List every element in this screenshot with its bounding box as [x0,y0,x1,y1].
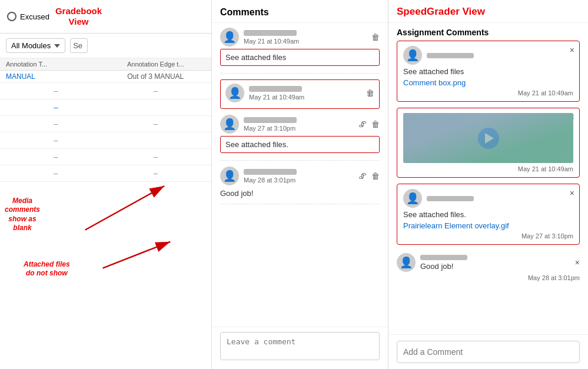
sg-comment-meta-3: 👤 [403,189,573,208]
comment-text-box-1: See attached files [220,49,380,66]
comment-meta-3: 👤 May 27 at 3:10pm 🖇 🗑 [220,115,380,134]
paperclip-icon-3: 🖇 [358,119,367,129]
comment-icons-2[interactable]: 🗑 [366,88,374,98]
data-rows: – – – – – – – – – – [0,83,211,182]
sg-comment-time-3: May 27 at 3:10pm [403,232,573,240]
comment-author-time-2: May 21 at 10:49am [249,86,304,101]
avatar-2: 👤 [225,84,244,102]
assignment-comments-title: Assignment Comments [388,23,588,41]
author-name-blurred-4 [244,169,297,175]
author-name-blurred-1 [244,30,297,36]
sg-close-btn-1[interactable]: × [570,46,574,54]
gradebook-header: Excused Gradebook View [0,0,211,34]
sg-user-icon-1: 👤 [406,49,419,62]
sg-user-icon-4: 👤 [400,256,413,269]
sg-comment-meta-4: 👤 Good job! × [397,253,580,272]
comment-meta-4: 👤 May 28 at 3:01pm 🖇 🗑 [220,167,380,185]
comment-time-3: May 27 at 3:10pm [244,125,297,132]
sg-link-3[interactable]: Prairielearn Element overlay.gif [403,221,573,230]
comment-author-time-3: May 27 at 3:10pm [244,117,297,132]
val-3: – [6,103,106,112]
leave-comment-input[interactable] [220,332,380,360]
comment-text-box-3: See attached files. [220,136,380,153]
sg-author-name-blurred-1 [427,53,474,58]
data-row-6: – – [0,165,211,182]
comments-list: 👤 May 21 at 10:49am 🗑 See attached files… [212,23,388,327]
sg-link-1[interactable]: Comment box.png [403,78,573,87]
user-icon-2: 👤 [228,87,241,99]
comment-meta-2: 👤 May 21 at 10:49am 🗑 [225,84,374,102]
comment-time-4: May 28 at 3:01pm [244,177,297,184]
sg-comment-time-1: May 21 at 10:49am [403,89,573,97]
user-icon-4: 👤 [223,169,236,182]
avatar-4: 👤 [220,167,239,185]
excused-label: Excused [20,12,49,21]
delete-icon-3[interactable]: 🗑 [371,119,380,129]
sg-video-thumb[interactable] [403,113,573,163]
sg-author-name-blurred-4 [420,255,467,260]
data-row-2: – [0,99,211,116]
comment-meta-1: 👤 May 21 at 10:49am 🗑 [220,28,380,46]
data-row-4: – [0,132,211,149]
val-10: – [106,152,206,161]
comments-panel: Comments 👤 May 21 at 10:49am 🗑 See attac… [212,0,388,369]
comment-time-1: May 21 at 10:49am [244,38,299,45]
sg-close-btn-3[interactable]: × [570,189,574,197]
data-row-1: – – [0,83,211,99]
sg-author-name-blurred-3 [427,196,474,201]
sg-user-icon-3: 👤 [406,192,419,205]
sg-close-btn-4[interactable]: × [575,258,580,267]
sg-comment-item-2: × May 21 at 10:49am [397,108,580,178]
sg-comment-item-3: × 👤 See attached files. Prairielearn Ele… [397,184,580,245]
delete-icon-2[interactable]: 🗑 [366,88,374,98]
sg-comments-list: × 👤 See attached files Comment box.png M… [388,41,588,334]
sg-comment-meta-1: 👤 [403,46,573,65]
search-partial: Se [70,38,88,53]
excused-radio[interactable]: Excused [7,12,49,21]
column-headers: Annotation T... Annotation Edge t... [0,58,211,71]
speedgrader-panel: SpeedGrader View Assignment Comments × 👤… [388,0,588,369]
sg-add-comment-area [388,334,588,369]
all-modules-dropdown[interactable]: All Modules [6,38,65,53]
data-row-5: – – [0,149,211,165]
val-11: – [6,169,106,178]
filter-bar: All Modules Se [0,34,211,58]
speedgrader-header: SpeedGrader View [388,0,588,23]
comment-author-time-1: May 21 at 10:49am [244,30,299,45]
delete-icon-1[interactable]: 🗑 [371,32,380,42]
annotation-area: – – – – – – – – – – [0,83,211,283]
sg-comment-text-4: Good job! [420,262,467,271]
sg-avatar-1: 👤 [403,46,422,65]
user-icon-3: 👤 [223,118,236,131]
avatar-1: 👤 [220,28,239,46]
comment-icons-1[interactable]: 🗑 [371,32,380,42]
val-5: – [6,119,106,128]
comment-text-4: Good job! [220,188,380,199]
comment-item-2: 👤 May 21 at 10:49am 🗑 [220,79,380,109]
all-modules-label: All Modules [11,41,51,50]
sg-add-comment-input[interactable] [397,341,580,363]
sg-comment-item-1: × 👤 See attached files Comment box.png M… [397,41,580,102]
col-annotation-header: Annotation T... [6,61,106,68]
manual-row: MANUAL Out of 3 MANUAL [0,71,211,83]
comment-icons-4[interactable]: 🖇 🗑 [358,171,380,181]
delete-icon-4[interactable]: 🗑 [371,171,380,181]
radio-circle [7,12,16,21]
val-12: – [106,169,206,178]
sg-comment-item-4: 👤 Good job! × May 28 at 3:01pm [397,251,580,284]
sg-comment-text-3: See attached files. [403,210,573,219]
data-row-3: – – [0,116,211,132]
val-2: – [106,87,206,95]
val-7: – [6,136,106,145]
comment-item-1: 👤 May 21 at 10:49am 🗑 See attached files [220,28,380,74]
svg-line-3 [103,242,171,268]
attached-files-label: Attached filesdo not show [24,260,70,278]
chevron-down-icon [54,44,60,48]
comment-icons-3[interactable]: 🖇 🗑 [358,119,380,129]
sg-avatar-4: 👤 [397,253,416,272]
out-of-manual: Out of 3 MANUAL [106,72,206,81]
sg-avatar-3: 👤 [403,189,422,208]
gradebook-panel: Excused Gradebook View All Modules Se An… [0,0,212,369]
comment-item-4: 👤 May 28 at 3:01pm 🖇 🗑 Good job! [220,167,380,204]
val-1: – [6,87,106,95]
